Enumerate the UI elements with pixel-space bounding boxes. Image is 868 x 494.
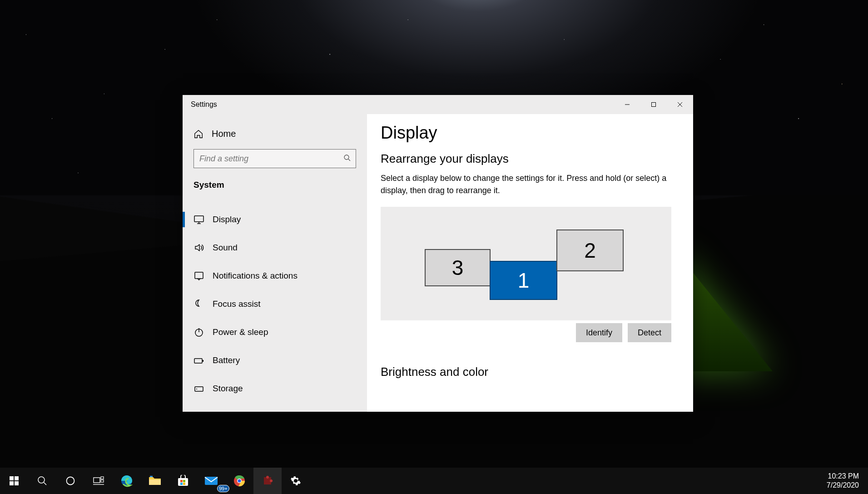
svg-point-42	[238, 479, 241, 482]
clock-time: 10:23 PM	[827, 472, 859, 481]
sidebar-item-label: Storage	[213, 384, 243, 394]
edge-icon	[120, 474, 133, 487]
svg-rect-21	[15, 476, 19, 480]
svg-rect-28	[101, 477, 104, 479]
taskbar-app-active[interactable]	[253, 468, 282, 494]
cortana-button[interactable]	[56, 468, 84, 494]
search-icon	[343, 154, 351, 163]
sidebar-item-label: Notifications & actions	[213, 271, 298, 281]
svg-rect-5	[652, 103, 656, 107]
storage-icon	[193, 383, 204, 394]
svg-rect-16	[194, 359, 202, 363]
window-maximize-button[interactable]	[640, 95, 667, 114]
taskbar-search-button[interactable]	[28, 468, 56, 494]
svg-point-24	[38, 477, 45, 483]
gear-icon	[290, 475, 301, 486]
svg-point-26	[67, 477, 74, 485]
windows-logo-icon	[10, 476, 19, 485]
rearrange-heading: Rearrange your displays	[381, 152, 680, 166]
svg-rect-36	[183, 480, 185, 482]
svg-point-45	[270, 479, 273, 482]
svg-rect-38	[183, 483, 185, 485]
sidebar-item-storage[interactable]: Storage	[183, 374, 367, 403]
rearrange-description: Select a display below to change the set…	[381, 172, 680, 197]
clock-date: 7/29/2020	[827, 481, 859, 490]
monitor-3[interactable]: 3	[425, 249, 491, 286]
svg-rect-27	[94, 478, 100, 483]
sidebar-home[interactable]: Home	[183, 125, 367, 143]
home-label: Home	[212, 129, 236, 139]
chrome-icon	[233, 475, 245, 487]
sidebar-item-notifications-actions[interactable]: Notifications & actions	[183, 262, 367, 290]
identify-button[interactable]: Identify	[576, 323, 622, 342]
svg-line-25	[44, 483, 47, 485]
detect-button[interactable]: Detect	[628, 323, 671, 342]
svg-rect-32	[149, 479, 161, 485]
svg-rect-22	[10, 481, 14, 485]
sidebar-item-label: Display	[213, 215, 241, 225]
taskbar: 99+ 10:23 PM 7/29/2020	[0, 468, 868, 494]
settings-sidebar: Home System DisplaySoundNotifications & …	[183, 114, 367, 412]
system-tray: 10:23 PM 7/29/2020	[816, 472, 868, 490]
svg-point-44	[266, 476, 269, 479]
power-icon	[193, 327, 204, 338]
sidebar-item-label: Battery	[213, 355, 240, 365]
task-view-icon	[93, 476, 104, 485]
sidebar-item-focus-assist[interactable]: Focus assist	[183, 290, 367, 318]
main-pane: Display Rearrange your displays Select a…	[367, 114, 693, 412]
svg-point-19	[196, 389, 197, 389]
sidebar-item-label: Sound	[213, 243, 238, 253]
folder-icon	[149, 475, 161, 486]
display-arrange-area[interactable]: 312	[381, 207, 671, 320]
maximize-icon	[651, 102, 656, 107]
window-close-button[interactable]	[667, 95, 693, 114]
focus-icon	[193, 299, 204, 309]
taskbar-app-settings[interactable]	[282, 468, 310, 494]
sidebar-item-label: Power & sleep	[213, 327, 268, 337]
svg-rect-20	[10, 476, 14, 480]
store-icon	[177, 475, 189, 487]
sidebar-item-power-sleep[interactable]: Power & sleep	[183, 318, 367, 346]
svg-rect-18	[195, 387, 203, 391]
page-heading: Display	[381, 123, 680, 143]
mail-icon	[204, 475, 218, 486]
settings-window: Settings Home	[183, 95, 693, 412]
svg-rect-23	[15, 481, 19, 485]
sound-icon	[193, 242, 204, 253]
svg-point-8	[344, 155, 349, 160]
taskbar-app-edge[interactable]	[113, 468, 141, 494]
svg-rect-39	[205, 477, 218, 485]
task-view-button[interactable]	[84, 468, 113, 494]
taskbar-app-chrome[interactable]	[225, 468, 253, 494]
cortana-icon	[65, 476, 75, 486]
window-title: Settings	[191, 100, 217, 109]
svg-rect-17	[203, 360, 203, 362]
sidebar-item-display[interactable]: Display	[183, 205, 367, 234]
brightness-heading: Brightness and color	[381, 365, 680, 379]
minimize-icon	[625, 102, 630, 107]
search-input[interactable]	[193, 149, 356, 168]
notifications-icon	[193, 270, 204, 281]
svg-rect-33	[150, 476, 153, 477]
monitor-1[interactable]: 1	[491, 262, 556, 299]
svg-rect-37	[180, 483, 183, 485]
taskbar-app-explorer[interactable]	[141, 468, 169, 494]
taskbar-app-mail[interactable]: 99+	[197, 468, 225, 494]
sidebar-item-sound[interactable]: Sound	[183, 234, 367, 262]
sidebar-item-battery[interactable]: Battery	[183, 346, 367, 374]
puzzle-icon	[263, 476, 273, 486]
taskbar-app-store[interactable]	[169, 468, 197, 494]
start-button[interactable]	[0, 468, 28, 494]
svg-line-9	[348, 159, 350, 161]
battery-icon	[193, 355, 204, 366]
svg-rect-13	[195, 272, 203, 279]
svg-rect-29	[101, 480, 104, 482]
taskbar-clock[interactable]: 10:23 PM 7/29/2020	[824, 472, 862, 490]
window-titlebar[interactable]: Settings	[183, 95, 693, 114]
svg-rect-10	[194, 216, 203, 222]
display-icon	[193, 214, 204, 225]
monitor-2[interactable]: 2	[556, 230, 624, 271]
home-icon	[193, 129, 203, 139]
sidebar-section-title: System	[183, 175, 367, 195]
window-minimize-button[interactable]	[614, 95, 640, 114]
